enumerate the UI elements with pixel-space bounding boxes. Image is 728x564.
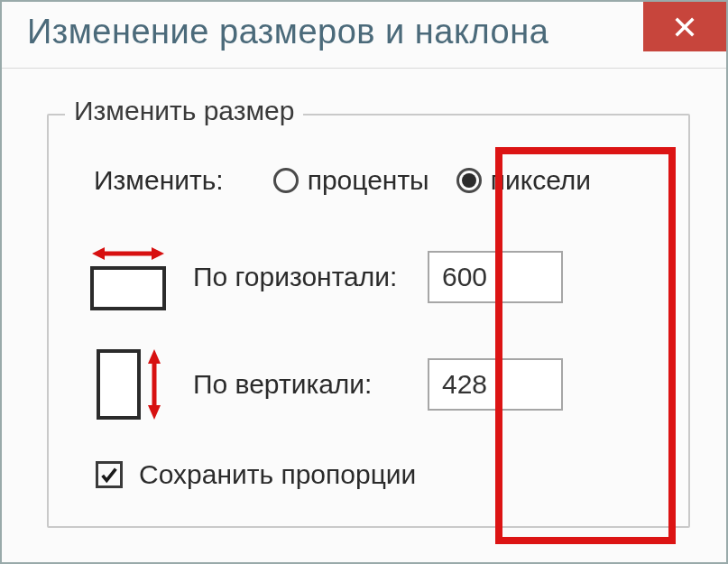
change-label: Изменить: xyxy=(94,165,224,196)
window-title: Изменение размеров и наклона xyxy=(27,13,548,51)
radio-pixels-label: пиксели xyxy=(491,165,591,196)
svg-marker-9 xyxy=(148,405,161,420)
vertical-icon xyxy=(85,344,193,425)
horizontal-input[interactable] xyxy=(428,251,563,303)
dialog-window: Изменение размеров и наклона Изменить ра… xyxy=(0,0,728,564)
radio-circle-icon xyxy=(273,168,299,193)
svg-rect-5 xyxy=(92,268,164,309)
titlebar: Изменение размеров и наклона xyxy=(2,2,726,69)
svg-marker-4 xyxy=(152,247,164,260)
svg-marker-8 xyxy=(148,349,161,364)
dialog-body: Изменить размер Изменить: проценты пиксе… xyxy=(2,69,726,528)
horizontal-icon xyxy=(85,241,193,313)
vertical-row: По вертикали: xyxy=(85,344,661,425)
close-icon xyxy=(672,14,697,40)
svg-rect-6 xyxy=(98,351,139,418)
keep-aspect-row: Сохранить пропорции xyxy=(85,459,661,490)
close-button[interactable] xyxy=(643,2,726,51)
horizontal-label: По горизонтали: xyxy=(193,260,428,294)
checkmark-icon xyxy=(99,465,119,485)
horizontal-row: По горизонтали: xyxy=(85,241,661,313)
keep-aspect-checkbox[interactable] xyxy=(96,461,123,488)
unit-row: Изменить: проценты пиксели xyxy=(85,165,661,196)
radio-circle-icon xyxy=(456,168,482,193)
radio-percent[interactable]: проценты xyxy=(273,165,429,196)
keep-aspect-label: Сохранить пропорции xyxy=(139,459,416,490)
vertical-input[interactable] xyxy=(428,358,563,411)
radio-pixels[interactable]: пиксели xyxy=(456,165,591,196)
svg-marker-3 xyxy=(92,247,105,260)
radio-percent-label: проценты xyxy=(308,165,429,196)
resize-group: Изменить размер Изменить: проценты пиксе… xyxy=(47,114,690,528)
vertical-label: По вертикали: xyxy=(193,367,428,402)
group-label: Изменить размер xyxy=(65,96,303,126)
